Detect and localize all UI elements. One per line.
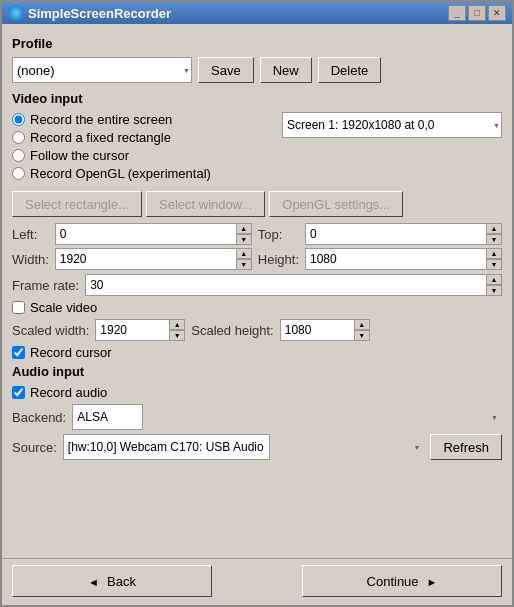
framerate-row: Frame rate: ▲ ▼	[12, 274, 502, 296]
left-input[interactable]	[55, 223, 252, 245]
back-arrow-icon	[88, 574, 99, 589]
scaled-width-label: Scaled width:	[12, 323, 89, 338]
top-spin-down[interactable]: ▼	[486, 234, 502, 245]
width-label: Width:	[12, 252, 49, 267]
source-label: Source:	[12, 440, 57, 455]
radio-entire-screen-input[interactable]	[12, 113, 25, 126]
top-input[interactable]	[305, 223, 502, 245]
new-button[interactable]: New	[260, 57, 312, 83]
backend-select-wrapper: ALSA PulseAudio	[72, 404, 502, 430]
continue-arrow-icon	[427, 574, 438, 589]
source-select[interactable]: [hw:10,0] Webcam C170: USB Audio	[63, 434, 270, 460]
scale-video-checkbox[interactable]	[12, 301, 25, 314]
footer: Back Continue	[2, 558, 512, 605]
left-spin: ▲ ▼	[236, 223, 252, 245]
backend-select[interactable]: ALSA PulseAudio	[72, 404, 143, 430]
left-input-wrapper: ▲ ▼	[55, 223, 252, 245]
profile-row: (none) Save New Delete	[12, 57, 502, 83]
radio-opengl-input[interactable]	[12, 167, 25, 180]
back-button[interactable]: Back	[12, 565, 212, 597]
framerate-spin-up[interactable]: ▲	[486, 274, 502, 285]
scale-video-label: Scale video	[30, 300, 97, 315]
radio-fixed-rect-input[interactable]	[12, 131, 25, 144]
scaled-height-label: Scaled height:	[191, 323, 273, 338]
left-spin-down[interactable]: ▼	[236, 234, 252, 245]
radio-fixed-rect: Record a fixed rectangle	[12, 130, 211, 145]
radio-entire-screen: Record the entire screen	[12, 112, 211, 127]
refresh-button[interactable]: Refresh	[430, 434, 502, 460]
delete-button[interactable]: Delete	[318, 57, 382, 83]
main-window: SimpleScreenRecorder _ □ ✕ Profile (none…	[0, 0, 514, 607]
scaled-width-spin-down[interactable]: ▼	[169, 330, 185, 341]
screen-select-container: Screen 1: 1920x1080 at 0,0	[282, 112, 502, 138]
scaled-height-wrapper: ▲ ▼	[280, 319, 370, 341]
top-spin: ▲ ▼	[486, 223, 502, 245]
screen-select-wrapper: Screen 1: 1920x1080 at 0,0	[282, 112, 502, 138]
width-input-wrapper: ▲ ▼	[55, 248, 252, 270]
left-label: Left:	[12, 227, 49, 242]
audio-input-section-title: Audio input	[12, 364, 502, 379]
framerate-spin-down[interactable]: ▼	[486, 285, 502, 296]
screen-select[interactable]: Screen 1: 1920x1080 at 0,0	[282, 112, 502, 138]
height-spin: ▲ ▼	[486, 248, 502, 270]
height-input-wrapper: ▲ ▼	[305, 248, 502, 270]
radio-opengl-label: Record OpenGL (experimental)	[30, 166, 211, 181]
minimize-button[interactable]: _	[448, 5, 466, 21]
action-buttons-row: Select rectangle... Select window... Ope…	[12, 191, 502, 217]
scale-video-row: Scale video	[12, 300, 502, 315]
titlebar-controls: _ □ ✕	[448, 5, 506, 21]
scaled-height-spin-down[interactable]: ▼	[354, 330, 370, 341]
top-spin-up[interactable]: ▲	[486, 223, 502, 234]
radio-entire-screen-label: Record the entire screen	[30, 112, 172, 127]
scale-fields-row: Scaled width: ▲ ▼ Scaled height: ▲ ▼	[12, 319, 502, 341]
height-label: Height:	[258, 252, 299, 267]
top-input-wrapper: ▲ ▼	[305, 223, 502, 245]
framerate-spin: ▲ ▼	[486, 274, 502, 296]
framerate-label: Frame rate:	[12, 278, 79, 293]
backend-row: Backend: ALSA PulseAudio	[12, 404, 502, 430]
continue-button[interactable]: Continue	[302, 565, 502, 597]
save-button[interactable]: Save	[198, 57, 254, 83]
record-audio-row: Record audio	[12, 385, 502, 400]
record-audio-checkbox[interactable]	[12, 386, 25, 399]
continue-label: Continue	[367, 574, 419, 589]
scaled-width-spin: ▲ ▼	[169, 319, 185, 341]
record-cursor-row: Record cursor	[12, 345, 502, 360]
select-window-button[interactable]: Select window...	[146, 191, 265, 217]
content-area: Profile (none) Save New Delete Video inp…	[2, 24, 512, 558]
select-rectangle-button[interactable]: Select rectangle...	[12, 191, 142, 217]
profile-select-wrapper: (none)	[12, 57, 192, 83]
radio-follow-cursor-input[interactable]	[12, 149, 25, 162]
source-row: Source: [hw:10,0] Webcam C170: USB Audio…	[12, 434, 502, 460]
scaled-height-spin: ▲ ▼	[354, 319, 370, 341]
width-spin-up[interactable]: ▲	[236, 248, 252, 259]
framerate-input[interactable]	[85, 274, 502, 296]
radio-opengl: Record OpenGL (experimental)	[12, 166, 211, 181]
height-input[interactable]	[305, 248, 502, 270]
opengl-settings-button[interactable]: OpenGL settings...	[269, 191, 403, 217]
maximize-button[interactable]: □	[468, 5, 486, 21]
scaled-width-spin-up[interactable]: ▲	[169, 319, 185, 330]
height-spin-down[interactable]: ▼	[486, 259, 502, 270]
scaled-height-spin-up[interactable]: ▲	[354, 319, 370, 330]
record-cursor-checkbox[interactable]	[12, 346, 25, 359]
close-button[interactable]: ✕	[488, 5, 506, 21]
height-spin-up[interactable]: ▲	[486, 248, 502, 259]
width-input[interactable]	[55, 248, 252, 270]
width-spin-down[interactable]: ▼	[236, 259, 252, 270]
video-input-section-title: Video input	[12, 91, 502, 106]
radio-group: Record the entire screen Record a fixed …	[12, 112, 211, 181]
radio-fixed-rect-label: Record a fixed rectangle	[30, 130, 171, 145]
profile-select[interactable]: (none)	[12, 57, 192, 83]
top-video-row: Record the entire screen Record a fixed …	[12, 112, 502, 187]
top-label: Top:	[258, 227, 299, 242]
radio-follow-cursor: Follow the cursor	[12, 148, 211, 163]
back-label: Back	[107, 574, 136, 589]
titlebar-left: SimpleScreenRecorder	[8, 5, 171, 21]
dimension-fields: Left: ▲ ▼ Top: ▲ ▼ Width: ▲	[12, 223, 502, 270]
profile-section-title: Profile	[12, 36, 502, 51]
framerate-input-wrapper: ▲ ▼	[85, 274, 502, 296]
titlebar: SimpleScreenRecorder _ □ ✕	[2, 2, 512, 24]
scaled-width-wrapper: ▲ ▼	[95, 319, 185, 341]
left-spin-up[interactable]: ▲	[236, 223, 252, 234]
